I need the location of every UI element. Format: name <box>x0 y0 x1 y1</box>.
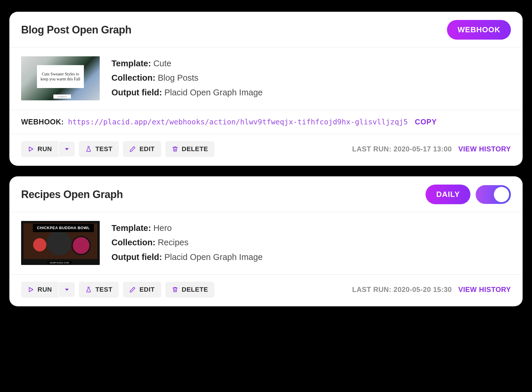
card-title: Blog Post Open Graph <box>21 24 131 36</box>
action-buttons: RUN TEST EDIT <box>21 141 214 157</box>
test-label: TEST <box>95 145 112 153</box>
meta-label: Output field: <box>111 88 162 97</box>
test-button[interactable]: TEST <box>79 141 119 157</box>
edit-label: EDIT <box>139 286 155 293</box>
edit-button[interactable]: EDIT <box>123 282 161 298</box>
trash-icon <box>172 146 178 152</box>
trigger-type-badge[interactable]: WEBHOOK <box>447 20 511 40</box>
trigger-type-badge[interactable]: DAILY <box>426 185 470 204</box>
test-label: TEST <box>95 286 112 293</box>
meta-label: Collection: <box>111 238 155 247</box>
flask-icon <box>85 146 92 152</box>
action-buttons: RUN TEST EDIT <box>21 282 214 298</box>
header-controls: DAILY <box>426 185 511 204</box>
template-preview-thumbnail: Cute Sweater Styles to keep you warm thi… <box>21 56 100 100</box>
delete-button[interactable]: DELETE <box>165 282 215 298</box>
card-meta: Template: Hero Collection: Recipes Outpu… <box>111 221 263 264</box>
play-icon <box>28 146 34 152</box>
view-history-link[interactable]: VIEW HISTORY <box>458 285 511 294</box>
card-meta: Template: Cute Collection: Blog Posts Ou… <box>111 56 263 100</box>
run-button[interactable]: RUN <box>21 141 58 157</box>
card-body: CHICKPEA BUDDHA BOWL NOMFOODS.COM Templa… <box>9 212 523 275</box>
enable-toggle[interactable] <box>476 185 511 204</box>
flask-icon <box>85 286 92 293</box>
action-card: Blog Post Open Graph WEBHOOK Cute Sweate… <box>9 12 523 166</box>
meta-value: Cute <box>153 59 171 68</box>
meta-value: Recipes <box>158 238 189 247</box>
meta-value: Blog Posts <box>158 73 199 82</box>
meta-row-collection: Collection: Blog Posts <box>111 71 263 85</box>
meta-label: Output field: <box>111 252 162 262</box>
copy-button[interactable]: COPY <box>415 118 437 126</box>
svg-marker-0 <box>29 147 33 151</box>
thumbnail-tag: LOVELY <box>53 94 71 99</box>
toggle-knob <box>494 187 509 202</box>
template-preview-thumbnail: CHICKPEA BUDDHA BOWL NOMFOODS.COM <box>21 221 100 265</box>
svg-marker-2 <box>29 288 33 292</box>
thumbnail-headline: CHICKPEA BUDDHA BOWL <box>33 224 94 232</box>
trash-icon <box>172 286 178 293</box>
last-run-prefix: LAST RUN: <box>352 145 392 153</box>
run-button[interactable]: RUN <box>21 282 58 298</box>
delete-button[interactable]: DELETE <box>165 141 215 157</box>
run-label: RUN <box>38 286 52 293</box>
header-controls: WEBHOOK <box>447 20 511 40</box>
meta-value: Placid Open Graph Image <box>164 252 262 262</box>
edit-button[interactable]: EDIT <box>123 141 161 157</box>
meta-label: Collection: <box>111 73 155 82</box>
play-icon <box>28 286 34 293</box>
view-history-link[interactable]: VIEW HISTORY <box>458 145 511 153</box>
card-header: Blog Post Open Graph WEBHOOK <box>9 12 523 48</box>
last-run-value: 2020-05-17 13:00 <box>394 145 452 153</box>
delete-label: DELETE <box>182 145 208 153</box>
run-dropdown-button[interactable] <box>59 142 75 156</box>
thumbnail-headline: Cute Sweater Styles to keep you warm thi… <box>37 65 84 88</box>
webhook-label: WEBHOOK: <box>21 118 64 126</box>
meta-value: Placid Open Graph Image <box>164 88 262 97</box>
svg-marker-1 <box>65 148 69 150</box>
thumbnail-tag: NOMFOODS.COM <box>48 261 72 264</box>
svg-marker-3 <box>65 289 69 290</box>
last-run-prefix: LAST RUN: <box>352 285 392 293</box>
meta-label: Template: <box>111 223 151 233</box>
pencil-icon <box>129 286 136 293</box>
meta-label: Template: <box>111 59 151 68</box>
footer-right: LAST RUN: 2020-05-17 13:00 VIEW HISTORY <box>352 145 511 153</box>
meta-row-template: Template: Cute <box>111 56 263 71</box>
card-header: Recipes Open Graph DAILY <box>9 176 523 212</box>
meta-row-collection: Collection: Recipes <box>111 235 263 250</box>
webhook-url: https://placid.app/ext/webhooks/action/h… <box>68 118 408 126</box>
card-footer: RUN TEST EDIT <box>9 134 523 166</box>
pencil-icon <box>129 146 136 152</box>
last-run: LAST RUN: 2020-05-17 13:00 <box>352 145 452 153</box>
run-label: RUN <box>38 145 52 153</box>
meta-row-output-field: Output field: Placid Open Graph Image <box>111 85 263 100</box>
run-dropdown-button[interactable] <box>59 282 75 297</box>
meta-value: Hero <box>153 223 172 233</box>
card-title: Recipes Open Graph <box>21 188 123 201</box>
action-card: Recipes Open Graph DAILY CHICKPEA BUDDHA… <box>9 176 523 306</box>
caret-down-icon <box>64 286 70 293</box>
card-body: Cute Sweater Styles to keep you warm thi… <box>9 48 523 110</box>
test-button[interactable]: TEST <box>79 282 119 298</box>
last-run: LAST RUN: 2020-05-20 15:30 <box>352 285 452 294</box>
webhook-row: WEBHOOK: https://placid.app/ext/webhooks… <box>9 110 523 134</box>
card-footer: RUN TEST EDIT <box>9 275 523 306</box>
edit-label: EDIT <box>139 145 155 153</box>
footer-right: LAST RUN: 2020-05-20 15:30 VIEW HISTORY <box>352 285 511 294</box>
last-run-value: 2020-05-20 15:30 <box>394 285 452 293</box>
caret-down-icon <box>64 146 70 152</box>
meta-row-template: Template: Hero <box>111 221 263 235</box>
meta-row-output-field: Output field: Placid Open Graph Image <box>111 250 263 264</box>
delete-label: DELETE <box>182 286 208 293</box>
